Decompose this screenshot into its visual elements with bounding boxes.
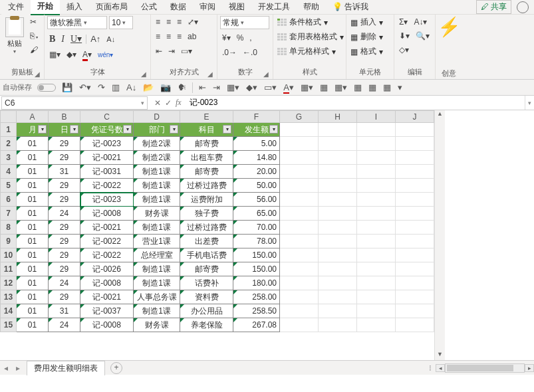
data-cell[interactable]: 记-0023: [80, 137, 134, 151]
data-cell[interactable]: 29: [49, 151, 80, 165]
filter-dropdown-icon[interactable]: ▾: [223, 125, 231, 134]
add-sheet-button[interactable]: +: [110, 362, 122, 374]
data-cell[interactable]: 邮寄费: [180, 137, 233, 151]
data-cell[interactable]: 01: [17, 276, 49, 290]
merge-icon[interactable]: ▭▾: [263, 82, 277, 92]
data-cell[interactable]: 养老保险: [180, 318, 233, 332]
shrink-font-button[interactable]: A↓: [104, 34, 117, 45]
data-cell[interactable]: 记-0026: [80, 262, 134, 276]
col-header[interactable]: E: [180, 111, 233, 123]
pivot-icon[interactable]: ▦: [353, 82, 362, 92]
data-cell[interactable]: 31: [49, 165, 80, 179]
data-cell[interactable]: 01: [17, 235, 49, 248]
data-cell[interactable]: 制造1课: [134, 262, 180, 276]
new-icon[interactable]: ▥: [111, 82, 120, 92]
speak-icon[interactable]: 🗣: [177, 82, 187, 92]
data-cell[interactable]: 01: [17, 179, 49, 193]
data-cell[interactable]: 01: [17, 248, 49, 262]
data-cell[interactable]: 出差费: [180, 235, 233, 248]
ideas-button[interactable]: ⚡: [438, 16, 461, 38]
data-cell[interactable]: 56.00: [233, 193, 280, 207]
currency-button[interactable]: ¥▾: [220, 32, 233, 44]
decrease-decimal-button[interactable]: ←.0: [241, 47, 259, 58]
table-header-cell[interactable]: 凭证号数▾: [80, 123, 134, 137]
tab-view[interactable]: 视图: [222, 0, 251, 15]
data-cell[interactable]: 24: [49, 318, 80, 332]
camera-icon[interactable]: 📷: [160, 82, 172, 92]
fill-color-button[interactable]: ◆▾: [65, 49, 78, 60]
data-cell[interactable]: 29: [49, 262, 80, 276]
data-cell[interactable]: 65.00: [233, 207, 280, 221]
fill-button[interactable]: ⬇▾: [397, 30, 412, 42]
filter-dropdown-icon[interactable]: ▾: [269, 125, 278, 134]
increase-indent-button[interactable]: ⇥: [166, 45, 177, 57]
indent-right-icon[interactable]: ⇥: [212, 82, 221, 92]
data-cell[interactable]: 01: [17, 290, 49, 304]
account-icon[interactable]: [517, 1, 529, 13]
spreadsheet-grid[interactable]: ABCDEFGHIJ1月▾日▾凭证号数▾部门▾科目▾发生额▾20129记-002…: [0, 110, 434, 332]
open-icon[interactable]: 📂: [142, 82, 154, 92]
col-header[interactable]: A: [17, 111, 49, 123]
data-cell[interactable]: 记-0031: [80, 165, 134, 179]
data-cell[interactable]: 29: [49, 193, 80, 207]
tab-nav-next-icon[interactable]: ▸: [12, 363, 24, 373]
italic-button[interactable]: I: [59, 33, 67, 46]
save-icon[interactable]: 💾: [61, 82, 73, 92]
data-cell[interactable]: 话费补: [180, 276, 233, 290]
col-header[interactable]: C: [80, 111, 134, 123]
autosave-toggle[interactable]: [37, 84, 56, 92]
number-format-combo[interactable]: 常规▾: [220, 16, 269, 29]
name-box[interactable]: C6▾: [1, 96, 148, 110]
cancel-icon[interactable]: ✕: [154, 98, 161, 108]
indent-left-icon[interactable]: ⇤: [198, 82, 207, 92]
data-cell[interactable]: 邮寄费: [180, 165, 233, 179]
format-as-table-button[interactable]: 套用表格格式▾: [276, 31, 345, 43]
data-cell[interactable]: 资料费: [180, 290, 233, 304]
conditional-formatting-button[interactable]: 条件格式▾: [276, 16, 329, 29]
tab-help[interactable]: 帮助: [297, 0, 326, 15]
sort-az-icon[interactable]: A↓: [126, 82, 137, 92]
data-cell[interactable]: 29: [49, 221, 80, 235]
table-header-cell[interactable]: 月▾: [17, 123, 49, 137]
tab-insert[interactable]: 插入: [60, 0, 89, 15]
data-cell[interactable]: 制造1课: [134, 276, 180, 290]
table-header-cell[interactable]: 发生额▾: [233, 123, 280, 137]
copy-button[interactable]: ⎘▾: [28, 30, 41, 42]
delete-cells-button[interactable]: ▦ 删除▾: [349, 31, 384, 43]
col-header[interactable]: I: [357, 111, 396, 123]
data-cell[interactable]: 制造1课: [134, 179, 180, 193]
phonetic-button[interactable]: wén▾: [96, 50, 115, 60]
data-cell[interactable]: 营业1课: [134, 235, 180, 248]
data-cell[interactable]: 01: [17, 207, 49, 221]
filter-dropdown-icon[interactable]: ▾: [38, 125, 47, 134]
data-cell[interactable]: 01: [17, 221, 49, 235]
font-color-icon[interactable]: A▾: [283, 82, 295, 92]
merge-button[interactable]: ▭▾: [179, 45, 194, 57]
share-button[interactable]: 🖊 共享: [476, 0, 511, 14]
filter-dropdown-icon[interactable]: ▾: [170, 125, 178, 134]
table-header-cell[interactable]: 科目▾: [180, 123, 233, 137]
data-cell[interactable]: 24: [49, 207, 80, 221]
formula-input[interactable]: [187, 96, 525, 110]
font-color-button[interactable]: A▾: [80, 49, 94, 60]
col-header[interactable]: J: [396, 111, 434, 123]
data-cell[interactable]: 01: [17, 193, 49, 207]
col-header[interactable]: B: [49, 111, 80, 123]
table-header-cell[interactable]: 日▾: [49, 123, 80, 137]
grow-font-button[interactable]: A↑: [88, 33, 102, 45]
data-cell[interactable]: 过桥过路费: [180, 179, 233, 193]
sheet-tab[interactable]: 费用发生额明细表: [27, 361, 105, 375]
data-cell[interactable]: 独子费: [180, 207, 233, 221]
macros-icon[interactable]: ▦: [368, 82, 377, 92]
data-cell[interactable]: 制造1课: [134, 165, 180, 179]
freeze-icon[interactable]: ▦▾: [334, 82, 348, 92]
data-cell[interactable]: 29: [49, 179, 80, 193]
data-cell[interactable]: 人事总务课: [134, 290, 180, 304]
data-cell[interactable]: 运费附加: [180, 193, 233, 207]
data-cell[interactable]: 记-0008: [80, 207, 134, 221]
tab-pagelayout[interactable]: 页面布局: [89, 0, 134, 15]
font-launcher-icon[interactable]: ◢: [141, 70, 146, 78]
data-cell[interactable]: 记-0021: [80, 221, 134, 235]
data-cell[interactable]: 制造2课: [134, 137, 180, 151]
data-cell[interactable]: 01: [17, 304, 49, 318]
